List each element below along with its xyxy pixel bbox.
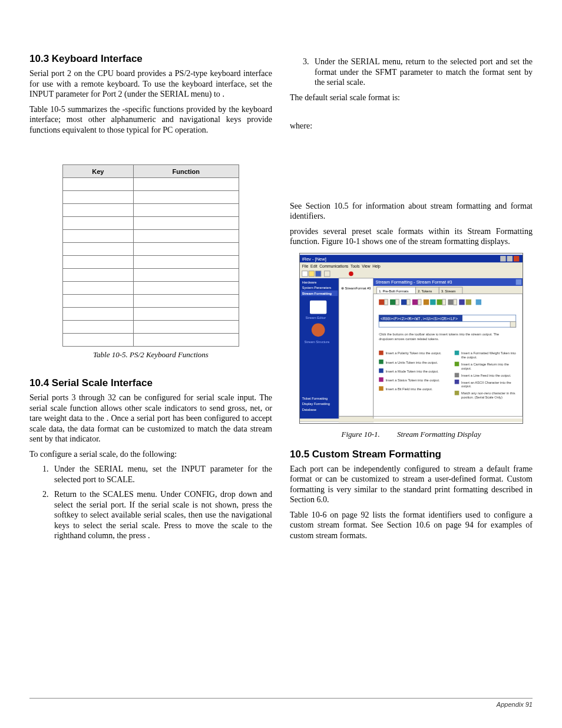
table-row: [63, 282, 239, 295]
page-footer: Appendix 91: [29, 698, 533, 708]
config-steps: Under the SERIAL menu, set the INPUT par…: [51, 464, 272, 541]
svg-rect-8: [302, 271, 308, 276]
svg-rect-61: [379, 350, 384, 355]
svg-rect-50: [448, 299, 453, 304]
step-3: Under the SERIAL menu, return to the sel…: [311, 57, 533, 88]
table-row: [63, 321, 239, 334]
left-column: 10.3 Keyboard Interface Serial port 2 on…: [29, 53, 272, 546]
svg-rect-38: [379, 299, 384, 304]
svg-text:Insert a Polarity Token into t: Insert a Polarity Token into the output.: [386, 351, 442, 355]
svg-rect-46: [424, 299, 429, 304]
svg-rect-48: [437, 299, 442, 304]
figure-caption: Figure 10-1. Stream Formatting Display: [290, 430, 533, 439]
table-row: [63, 295, 239, 308]
svg-rect-58: [379, 321, 515, 327]
paragraph: Each port can be independently configure…: [290, 464, 533, 505]
svg-text:Stream Formatting - Stream For: Stream Formatting - Stream Format #3: [376, 279, 452, 285]
svg-rect-41: [396, 299, 399, 304]
table-row: [63, 308, 239, 321]
svg-text:System Parameters: System Parameters: [302, 285, 332, 289]
svg-rect-39: [385, 299, 388, 304]
table-row: [63, 204, 239, 217]
paragraph: Serial ports 3 through 32 can be configu…: [29, 393, 272, 444]
svg-rect-9: [309, 271, 314, 276]
svg-rect-51: [454, 299, 457, 304]
svg-rect-69: [379, 386, 384, 391]
svg-rect-75: [455, 373, 459, 377]
section-heading-10-3: 10.3 Keyboard Interface: [29, 53, 272, 65]
section-heading-10-5: 10.5 Custom Stream Formatting: [290, 449, 533, 460]
footer-right: Appendix 91: [497, 701, 533, 708]
svg-rect-77: [455, 379, 459, 384]
svg-rect-11: [325, 271, 330, 276]
svg-text:2. Tokens: 2. Tokens: [418, 289, 432, 292]
svg-rect-10: [315, 271, 320, 276]
config-steps-cont: Under the SERIAL menu, return to the sel…: [311, 57, 533, 88]
svg-rect-65: [379, 368, 384, 373]
svg-text:Stream Editor: Stream Editor: [305, 315, 326, 319]
table-row: [63, 178, 239, 191]
svg-rect-29: [516, 279, 521, 284]
stream-formatting-screenshot: iRev - [New] File Edit Communications To…: [299, 253, 523, 424]
svg-rect-53: [466, 299, 471, 304]
svg-text:⊕ StreamFormat #3: ⊕ StreamFormat #3: [341, 286, 371, 289]
svg-rect-82: [300, 419, 523, 422]
svg-rect-18: [310, 300, 326, 314]
svg-text:Stream Formatting: Stream Formatting: [302, 292, 332, 295]
section-heading-10-4: 10.4 Serial Scale Interface: [29, 377, 272, 389]
paragraph: See Section 10.5 for information about s…: [290, 201, 533, 222]
paragraph: To configure a serial scale, do the foll…: [29, 449, 272, 460]
svg-rect-42: [401, 299, 406, 304]
svg-rect-52: [459, 299, 464, 304]
paragraph: Serial port 2 on the CPU board provides …: [29, 68, 272, 100]
svg-text:Database: Database: [302, 407, 316, 411]
table-row: [63, 230, 239, 243]
paragraph: Table 10-6 on page 92 lists the format i…: [290, 510, 533, 541]
table-row: [63, 269, 239, 282]
svg-point-20: [312, 323, 325, 337]
table-row: [63, 217, 239, 230]
svg-rect-59: [510, 321, 515, 327]
svg-text:Insert a Bit Field into the ou: Insert a Bit Field into the output.: [386, 387, 433, 390]
svg-text:Insert a Units Token into the : Insert a Units Token into the output.: [386, 360, 438, 364]
svg-text:Insert a Line Feed into the ou: Insert a Line Feed into the output.: [461, 374, 511, 377]
paragraph: where:: [290, 121, 533, 131]
paragraph: provides several preset scale formats wi…: [290, 226, 533, 247]
svg-rect-43: [406, 299, 410, 304]
svg-rect-54: [476, 299, 481, 304]
svg-text:Hardware: Hardware: [302, 281, 317, 284]
svg-rect-45: [418, 299, 421, 304]
table-row: [63, 256, 239, 269]
svg-text:Insert a Mode Token into the o: Insert a Mode Token into the output.: [386, 369, 439, 373]
table-header-function: Function: [133, 165, 239, 178]
svg-rect-0: [300, 255, 523, 262]
svg-rect-63: [379, 359, 384, 364]
svg-text:Insert a Status Token into the: Insert a Status Token into the output.: [386, 378, 440, 381]
paragraph: Table 10-5 summarizes the -specific func…: [29, 104, 272, 136]
svg-rect-44: [412, 299, 418, 304]
svg-text:Stream Structure: Stream Structure: [305, 340, 330, 343]
svg-text:Display Formatting: Display Formatting: [302, 402, 330, 406]
keyboard-table: Key Function: [62, 164, 239, 347]
svg-rect-79: [455, 390, 459, 395]
svg-text:Ticket Formatting: Ticket Formatting: [302, 396, 328, 400]
step-1: Under the SERIAL menu, set the INPUT par…: [51, 464, 272, 485]
svg-text:1. Pre-Built Formats: 1. Pre-Built Formats: [379, 289, 408, 292]
svg-rect-67: [379, 377, 384, 382]
table-row: [63, 334, 239, 347]
svg-rect-47: [430, 299, 435, 304]
right-column: Under the SERIAL menu, return to the sel…: [290, 53, 533, 546]
svg-rect-7: [300, 269, 523, 278]
svg-text:iRev - [New]: iRev - [New]: [302, 256, 326, 261]
svg-rect-2: [500, 256, 505, 261]
step-2: Return to the SCALES menu. Under CONFIG,…: [51, 489, 272, 541]
table-row: [63, 243, 239, 256]
svg-text:<R80><P><2><M><W7.><U><S><CR><: <R80><P><2><M><W7.><U><S><CR><LF>: [381, 316, 458, 321]
svg-rect-3: [507, 256, 513, 261]
svg-text:3. Stream: 3. Stream: [441, 289, 456, 292]
svg-rect-40: [390, 299, 395, 304]
table-row: [63, 191, 239, 204]
table-header-key: Key: [63, 165, 134, 178]
svg-rect-25: [339, 278, 373, 416]
svg-rect-49: [442, 299, 446, 304]
